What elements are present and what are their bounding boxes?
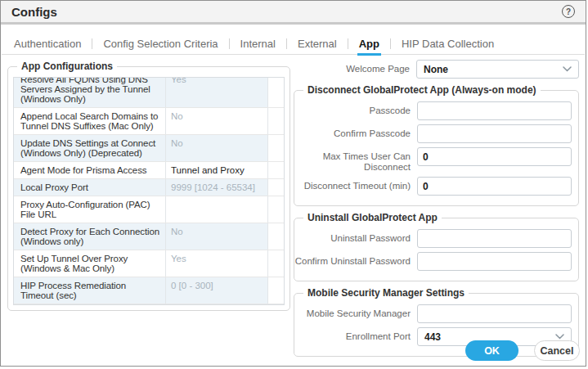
msm-input[interactable] — [417, 304, 572, 323]
disconnect-timeout-row: Disconnect Timeout (min) — [294, 177, 572, 196]
row-label: Detect Proxy for Each Connection (Window… — [14, 223, 165, 250]
max-times-label: Max Times User Can Disconnect — [294, 147, 417, 173]
tab-separator — [348, 38, 348, 49]
ok-button[interactable]: OK — [465, 340, 518, 361]
row-value[interactable]: Tunnel and Proxy — [165, 162, 267, 178]
tab-bar: Authentication Config Selection Criteria… — [12, 38, 496, 56]
row-label: Update DNS Settings at Connect (Windows … — [14, 135, 165, 161]
enrollment-port-value: 443 — [424, 331, 441, 343]
table-scroll-gutter — [267, 223, 284, 250]
right-panel: Welcome Page None Disconnect GlobalProte… — [294, 60, 579, 367]
dialog-title: Configs — [11, 5, 57, 19]
configs-dialog: Configs ? Authentication Config Selectio… — [0, 0, 586, 367]
chevron-down-icon — [555, 334, 564, 340]
table-row: Detect Proxy for Each Connection (Window… — [14, 223, 284, 250]
row-label: Set Up Tunnel Over Proxy (Windows & Mac … — [14, 250, 165, 277]
table-scroll-gutter — [267, 196, 284, 223]
row-label: HIP Process Remediation Timeout (sec) — [14, 277, 165, 304]
dialog-titlebar: Configs ? — [1, 1, 586, 25]
disconnect-groupbox: Disconnect GlobalProtect App (Always-on … — [294, 90, 579, 206]
row-label: Append Local Search Domains to Tunnel DN… — [14, 108, 165, 134]
chevron-down-icon — [563, 66, 572, 72]
uninstall-password-label: Uninstall Password — [294, 229, 417, 244]
row-value[interactable]: No — [165, 223, 267, 250]
app-configurations-legend: App Configurations — [17, 61, 117, 72]
row-value[interactable]: 9999 [1024 - 65534] — [165, 179, 267, 196]
passcode-row: Passcode — [294, 101, 572, 120]
welcome-page-label: Welcome Page — [294, 60, 416, 74]
welcome-page-row: Welcome Page None — [294, 60, 579, 79]
disconnect-timeout-input[interactable] — [417, 177, 572, 196]
table-row: Set Up Tunnel Over Proxy (Windows & Mac … — [14, 250, 284, 277]
tab-separator — [286, 38, 287, 49]
uninstall-legend: Uninstall GlobalProtect App — [303, 212, 442, 223]
table-scroll-gutter — [267, 135, 284, 161]
enrollment-port-label: Enrollment Port — [294, 327, 417, 342]
welcome-page-value: None — [424, 64, 448, 75]
table-row: Proxy Auto-Configuration (PAC) File URL — [14, 196, 284, 223]
table-row: HIP Process Remediation Timeout (sec) 0 … — [14, 277, 284, 304]
table-scroll-gutter — [267, 77, 284, 107]
table-scroll-gutter — [267, 162, 284, 178]
tab-app[interactable]: App — [357, 38, 381, 56]
footer-buttons: OK Cancel — [465, 340, 580, 361]
disconnect-timeout-label: Disconnect Timeout (min) — [294, 177, 417, 191]
disconnect-legend: Disconnect GlobalProtect App (Always-on … — [303, 84, 541, 96]
cancel-button[interactable]: Cancel — [534, 340, 580, 361]
table-row: Append Local Search Domains to Tunnel DN… — [14, 108, 284, 135]
tab-separator — [229, 38, 230, 49]
table-row: Agent Mode for Prisma Access Tunnel and … — [14, 162, 284, 179]
msm-label: Mobile Security Manager — [294, 304, 417, 319]
passcode-input[interactable] — [417, 101, 572, 120]
row-value[interactable] — [165, 196, 267, 223]
tab-internal[interactable]: Internal — [239, 38, 277, 53]
table-scroll-gutter — [267, 250, 284, 277]
confirm-uninstall-password-label: Confirm Uninstall Password — [294, 252, 417, 267]
tab-separator — [92, 38, 92, 49]
row-value[interactable]: 0 [0 - 300] — [165, 277, 267, 304]
row-value[interactable]: Yes — [165, 250, 267, 277]
row-value[interactable]: No — [165, 135, 267, 161]
confirm-passcode-row: Confirm Passcode — [294, 124, 572, 143]
max-times-input[interactable] — [417, 147, 572, 166]
row-label: Resolve All FQDNs Using DNS Servers Assi… — [14, 77, 165, 107]
tab-separator — [390, 38, 391, 49]
row-label: Agent Mode for Prisma Access — [14, 162, 165, 178]
table-scroll-gutter — [267, 179, 284, 196]
msm-legend: Mobile Security Manager Settings — [303, 287, 469, 299]
app-configurations-groupbox: App Configurations Resolve All FQDNs Usi… — [7, 66, 290, 311]
confirm-uninstall-password-row: Confirm Uninstall Password — [294, 252, 572, 271]
uninstall-password-row: Uninstall Password — [294, 229, 572, 248]
table-row: Update DNS Settings at Connect (Windows … — [14, 135, 284, 162]
msm-row: Mobile Security Manager — [294, 304, 572, 323]
confirm-passcode-input[interactable] — [417, 124, 572, 143]
table-row: Resolve All FQDNs Using DNS Servers Assi… — [14, 77, 284, 108]
row-label: Proxy Auto-Configuration (PAC) File URL — [14, 196, 165, 223]
table-scroll-gutter — [267, 108, 284, 134]
table-scroll-gutter — [267, 277, 284, 304]
welcome-page-select[interactable]: None — [416, 60, 579, 79]
max-times-row: Max Times User Can Disconnect — [294, 147, 572, 173]
row-value[interactable]: Yes — [165, 77, 267, 107]
uninstall-groupbox: Uninstall GlobalProtect App Uninstall Pa… — [294, 218, 579, 281]
passcode-label: Passcode — [294, 101, 417, 116]
confirm-passcode-label: Confirm Passcode — [294, 124, 417, 139]
row-label: Local Proxy Port — [14, 179, 165, 196]
confirm-uninstall-password-input[interactable] — [417, 252, 572, 271]
uninstall-password-input[interactable] — [417, 229, 572, 248]
tab-config-selection-criteria[interactable]: Config Selection Criteria — [101, 38, 219, 53]
app-config-table: Resolve All FQDNs Using DNS Servers Assi… — [14, 77, 284, 304]
row-value[interactable]: No — [165, 108, 267, 134]
tab-hip-data-collection[interactable]: HIP Data Collection — [400, 38, 496, 53]
table-row: Local Proxy Port 9999 [1024 - 65534] — [14, 179, 284, 196]
tab-authentication[interactable]: Authentication — [12, 38, 83, 53]
app-config-table-viewport[interactable]: Resolve All FQDNs Using DNS Servers Assi… — [13, 77, 285, 305]
help-icon[interactable]: ? — [562, 5, 575, 18]
tab-external[interactable]: External — [296, 38, 339, 53]
